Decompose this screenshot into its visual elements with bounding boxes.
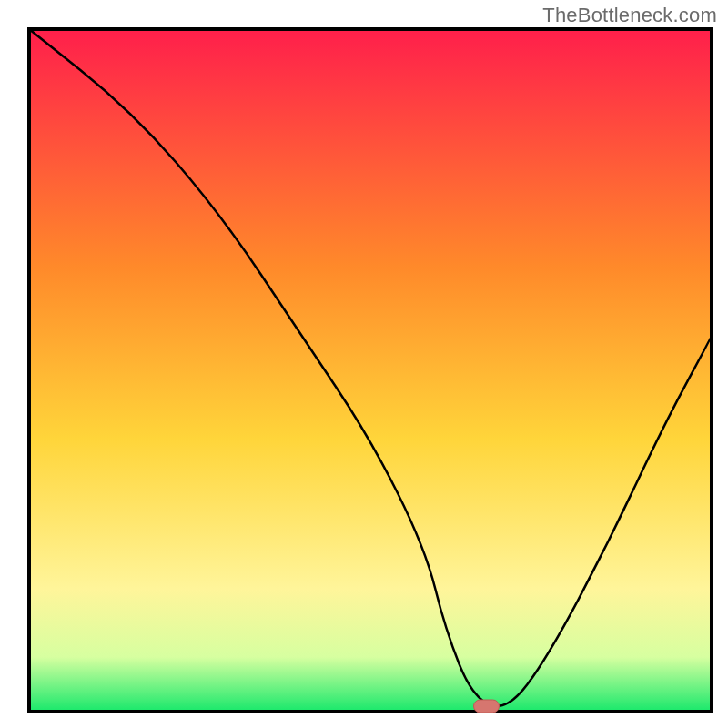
bottleneck-chart: [0, 0, 728, 728]
plot-background: [29, 29, 712, 712]
chart-container: { "watermark": "TheBottleneck.com", "col…: [0, 0, 728, 728]
optimal-marker: [474, 700, 500, 713]
